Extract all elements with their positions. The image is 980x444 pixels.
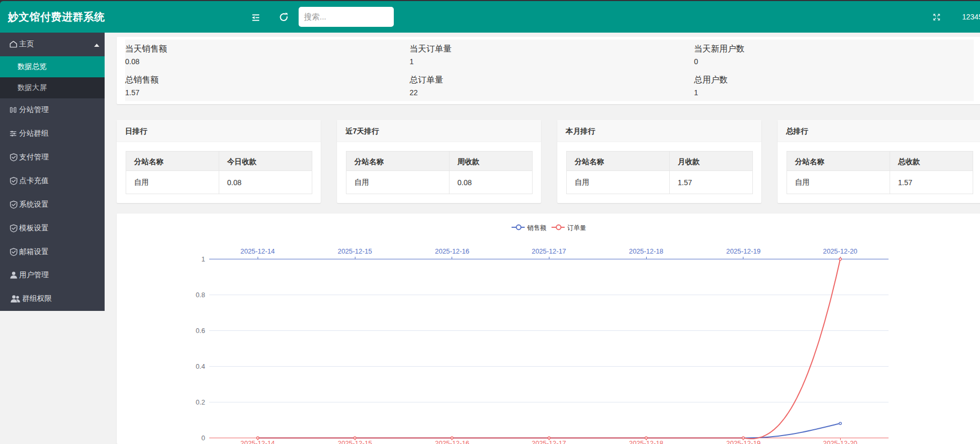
- svg-text:2025-12-15: 2025-12-15: [338, 439, 372, 444]
- svg-text:2025-12-14: 2025-12-14: [240, 247, 274, 255]
- svg-text:订单量: 订单量: [567, 224, 586, 231]
- svg-text:0: 0: [201, 434, 205, 442]
- svg-text:1: 1: [201, 255, 205, 263]
- svg-text:0.8: 0.8: [196, 291, 205, 299]
- svg-text:2025-12-17: 2025-12-17: [532, 247, 566, 255]
- svg-text:0.6: 0.6: [196, 327, 205, 335]
- svg-text:0.2: 0.2: [196, 398, 205, 406]
- svg-text:2025-12-16: 2025-12-16: [435, 439, 469, 444]
- svg-text:2025-12-18: 2025-12-18: [629, 247, 663, 255]
- svg-text:销售额: 销售额: [527, 224, 546, 231]
- svg-text:2025-12-20: 2025-12-20: [823, 439, 857, 444]
- svg-text:2025-12-18: 2025-12-18: [629, 439, 663, 444]
- svg-text:2025-12-15: 2025-12-15: [338, 247, 372, 255]
- svg-text:2025-12-20: 2025-12-20: [823, 247, 857, 255]
- svg-text:2025-12-19: 2025-12-19: [726, 439, 760, 444]
- svg-text:2025-12-19: 2025-12-19: [726, 247, 760, 255]
- svg-text:2025-12-17: 2025-12-17: [532, 439, 566, 444]
- svg-text:0.4: 0.4: [196, 362, 205, 370]
- svg-text:2025-12-14: 2025-12-14: [240, 439, 274, 444]
- svg-text:2025-12-16: 2025-12-16: [435, 247, 469, 255]
